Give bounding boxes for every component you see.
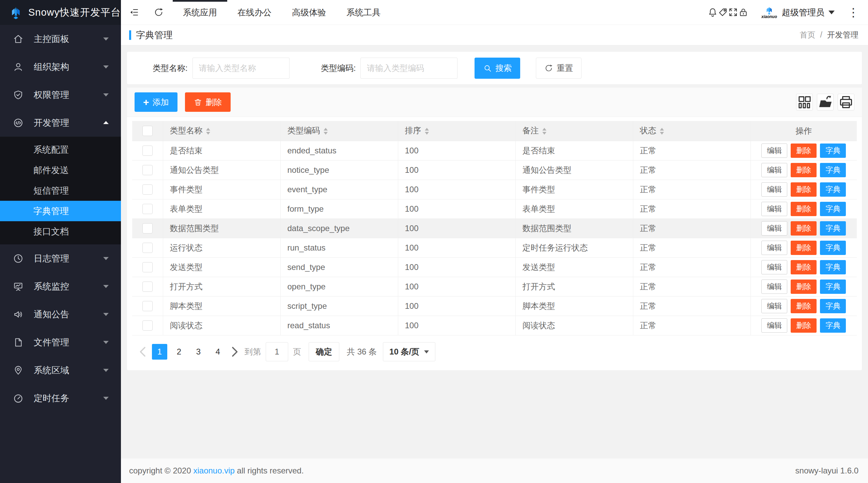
row-checkbox[interactable] [142, 204, 153, 214]
breadcrumb-current: 开发管理 [827, 30, 858, 40]
page-size-select[interactable]: 10 条/页 [383, 342, 435, 361]
user-avatar[interactable]: xiaonuo [761, 6, 777, 19]
filter-columns-button[interactable] [796, 94, 813, 110]
sidebar-subitem-sms-manage[interactable]: 短信管理 [0, 180, 121, 201]
pagination-page-4[interactable]: 4 [210, 344, 226, 360]
row-edit-button[interactable]: 编辑 [761, 299, 787, 313]
sidebar-item-task[interactable]: 定时任务 [0, 384, 121, 412]
row-edit-button[interactable]: 编辑 [761, 280, 787, 294]
sidebar-subitem-system-config[interactable]: 系统配置 [0, 139, 121, 160]
type-code-input[interactable] [360, 58, 458, 79]
pagination-prev-icon[interactable] [136, 344, 150, 360]
pagination-goto-input[interactable] [266, 342, 288, 361]
footer-copyright: copyright © 2020 xiaonuo.vip all rights … [129, 466, 304, 476]
sort-icon[interactable] [542, 126, 546, 137]
tab-system-app[interactable]: 系统应用 [173, 0, 227, 25]
more-menu-icon[interactable]: ⋮ [848, 6, 859, 18]
pagination-next-icon[interactable] [228, 344, 241, 360]
collapse-sidebar-icon[interactable] [129, 7, 139, 17]
row-checkbox[interactable] [142, 223, 153, 233]
row-edit-button[interactable]: 编辑 [761, 163, 787, 177]
delete-button[interactable]: 删除 [185, 92, 231, 112]
sidebar-subitem-dict-manage[interactable]: 字典管理 [0, 201, 121, 221]
footer-link[interactable]: xiaonuo.vip [193, 466, 234, 475]
row-delete-button[interactable]: 删除 [791, 221, 817, 236]
row-edit-button[interactable]: 编辑 [761, 144, 787, 158]
row-delete-button[interactable]: 删除 [791, 260, 817, 274]
row-edit-button[interactable]: 编辑 [761, 221, 787, 236]
row-delete-button[interactable]: 删除 [791, 241, 817, 255]
row-checkbox[interactable] [142, 146, 153, 156]
sort-icon[interactable] [660, 126, 664, 137]
select-all-checkbox[interactable] [142, 126, 153, 136]
tag-icon[interactable] [718, 7, 728, 17]
row-checkbox[interactable] [142, 282, 153, 292]
type-name-input[interactable] [192, 58, 290, 79]
row-checkbox[interactable] [142, 184, 153, 195]
row-delete-button[interactable]: 删除 [791, 280, 817, 294]
print-button[interactable] [838, 94, 854, 110]
sort-icon[interactable] [206, 126, 210, 137]
pagination-confirm-button[interactable]: 确定 [309, 342, 339, 361]
row-edit-button[interactable]: 编辑 [761, 182, 787, 197]
row-dict-button[interactable]: 字典 [820, 144, 846, 158]
sidebar-item-label: 权限管理 [34, 89, 103, 101]
refresh-icon[interactable] [154, 7, 164, 17]
row-delete-button[interactable]: 删除 [791, 202, 817, 216]
row-edit-button[interactable]: 编辑 [761, 318, 787, 333]
row-delete-button[interactable]: 删除 [791, 144, 817, 158]
tab-system-tools[interactable]: 系统工具 [336, 0, 391, 25]
row-delete-button[interactable]: 删除 [791, 182, 817, 197]
sidebar-item-monitor[interactable]: 系统监控 [0, 272, 121, 300]
pagination-page-2[interactable]: 2 [171, 344, 187, 360]
sidebar-item-notice[interactable]: 通知公告 [0, 300, 121, 328]
sidebar-item-region[interactable]: 系统区域 [0, 356, 121, 384]
row-checkbox[interactable] [142, 243, 153, 253]
export-button[interactable] [817, 94, 834, 110]
sidebar-subitem-api-doc[interactable]: 接口文档 [0, 221, 121, 242]
row-dict-button[interactable]: 字典 [820, 299, 846, 313]
tab-advanced-experience[interactable]: 高级体验 [282, 0, 336, 25]
tab-online-office[interactable]: 在线办公 [227, 0, 282, 25]
row-dict-button[interactable]: 字典 [820, 241, 846, 255]
row-dict-button[interactable]: 字典 [820, 202, 846, 216]
row-checkbox[interactable] [142, 262, 153, 272]
copyright-suffix: all rights reserved. [235, 466, 304, 475]
row-edit-button[interactable]: 编辑 [761, 260, 787, 274]
row-dict-button[interactable]: 字典 [820, 260, 846, 274]
user-dropdown[interactable]: 超级管理员 [782, 7, 835, 18]
lock-screen-icon[interactable] [738, 7, 748, 17]
row-actions: 编辑删除字典 [750, 199, 857, 218]
row-dict-button[interactable]: 字典 [820, 182, 846, 197]
pagination-page-1[interactable]: 1 [152, 344, 167, 360]
add-button[interactable]: + 添加 [135, 92, 177, 112]
row-dict-button[interactable]: 字典 [820, 318, 846, 333]
fullscreen-icon[interactable] [728, 7, 738, 17]
sort-icon[interactable] [324, 126, 328, 137]
row-dict-button[interactable]: 字典 [820, 163, 846, 177]
row-checkbox[interactable] [142, 165, 153, 175]
row-checkbox[interactable] [142, 320, 153, 331]
reset-button[interactable]: 重置 [536, 58, 582, 79]
pagination-page-3[interactable]: 3 [191, 344, 206, 360]
row-edit-button[interactable]: 编辑 [761, 202, 787, 216]
sidebar-item-file[interactable]: 文件管理 [0, 328, 121, 356]
breadcrumb-bar: 字典管理 首页 / 开发管理 [121, 25, 868, 45]
sidebar-item-organization[interactable]: 组织架构 [0, 53, 121, 81]
sidebar-item-log[interactable]: 日志管理 [0, 244, 121, 272]
row-delete-button[interactable]: 删除 [791, 299, 817, 313]
row-edit-button[interactable]: 编辑 [761, 241, 787, 255]
search-button[interactable]: 搜索 [475, 58, 520, 79]
sidebar-item-permission[interactable]: 权限管理 [0, 81, 121, 109]
sidebar-subitem-mail-send[interactable]: 邮件发送 [0, 160, 121, 180]
row-dict-button[interactable]: 字典 [820, 221, 846, 236]
row-delete-button[interactable]: 删除 [791, 163, 817, 177]
notification-bell-icon[interactable] [708, 7, 718, 17]
row-delete-button[interactable]: 删除 [791, 318, 817, 333]
sidebar-item-development[interactable]: 开发管理 [0, 109, 121, 137]
sidebar-item-dashboard[interactable]: 主控面板 [0, 25, 121, 53]
breadcrumb-home[interactable]: 首页 [800, 30, 816, 40]
row-dict-button[interactable]: 字典 [820, 280, 846, 294]
row-checkbox[interactable] [142, 301, 153, 311]
sort-icon[interactable] [425, 126, 429, 137]
